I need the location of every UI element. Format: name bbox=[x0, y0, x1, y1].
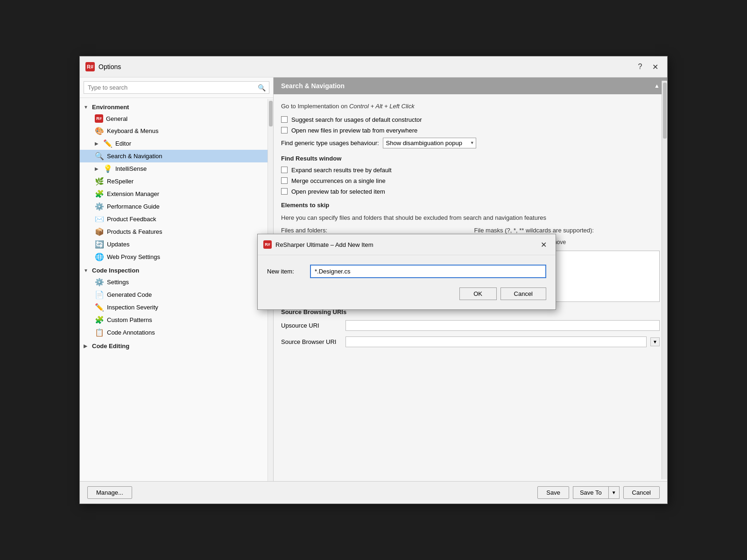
sidebar-item-updates[interactable]: 🔄 Updates bbox=[80, 238, 273, 251]
sidebar-item-inspection-severity[interactable]: ✏️ Inspection Severity bbox=[80, 301, 273, 314]
window-title: Options bbox=[99, 63, 121, 70]
open-preview-label: Open new files in preview tab from every… bbox=[291, 127, 417, 134]
section-environment-label: Environment bbox=[92, 104, 129, 111]
sidebar-item-search-nav[interactable]: 🔍 Search & Navigation bbox=[80, 150, 273, 162]
expand-arrow-code-editing: ▶ bbox=[84, 343, 89, 349]
bottom-right: Save Save To ▼ Cancel bbox=[537, 486, 660, 499]
code-annotations-icon: 📋 bbox=[95, 328, 104, 337]
sidebar-item-feedback[interactable]: ✉️ Product Feedback bbox=[80, 213, 273, 225]
section-environment[interactable]: ▼ Environment bbox=[80, 102, 273, 112]
sidebar-item-keyboard-label: Keyboard & Menus bbox=[107, 127, 159, 134]
help-button[interactable]: ? bbox=[634, 60, 647, 73]
option-open-preview: Open new files in preview tab from every… bbox=[281, 127, 660, 134]
new-item-row: New item: bbox=[267, 265, 546, 278]
files-label: Files and folders: bbox=[281, 227, 467, 234]
elements-skip-separator: Elements to skip bbox=[281, 202, 660, 209]
panel-header: Search & Navigation ▲ bbox=[274, 77, 667, 94]
close-button[interactable]: ✕ bbox=[648, 60, 662, 73]
source-browser-label: Source Browser URI bbox=[281, 338, 342, 345]
expand-search-checkbox[interactable] bbox=[281, 167, 288, 173]
save-to-button[interactable]: Save To bbox=[573, 486, 608, 499]
merge-occ-checkbox[interactable] bbox=[281, 177, 288, 184]
sidebar-item-search-nav-label: Search & Navigation bbox=[107, 153, 162, 160]
sidebar-item-respeller-label: ReSpeller bbox=[107, 178, 134, 185]
sidebar-item-editor-label: Editor bbox=[115, 140, 131, 147]
source-browser-input[interactable] bbox=[345, 336, 647, 347]
find-generic-dropdown[interactable]: Show disambiguation popup bbox=[383, 138, 476, 148]
bottom-bar: Manage... Save Save To ▼ Cancel bbox=[80, 481, 667, 504]
sidebar-item-proxy[interactable]: 🌐 Web Proxy Settings bbox=[80, 251, 273, 263]
section-code-inspection[interactable]: ▼ Code Inspection bbox=[80, 265, 273, 276]
title-bar: R# Options ? ✕ bbox=[80, 56, 667, 77]
keyboard-icon: 🎨 bbox=[95, 126, 104, 135]
masks-label: File masks (?, *, ** wildcards are suppo… bbox=[474, 227, 660, 234]
goto-impl-shortcut: Control + Alt + Left Click bbox=[349, 103, 415, 110]
sidebar-item-updates-label: Updates bbox=[107, 241, 129, 248]
section-code-editing-label: Code Editing bbox=[92, 343, 129, 350]
upsource-row: Upsource URI bbox=[281, 320, 660, 331]
option-expand-search: Expand search results tree by default bbox=[281, 167, 660, 174]
sidebar-item-feedback-label: Product Feedback bbox=[107, 216, 156, 223]
inspection-severity-icon: ✏️ bbox=[95, 303, 104, 312]
manage-button[interactable]: Manage... bbox=[87, 486, 132, 499]
scroll-up-arrow[interactable]: ▲ bbox=[654, 83, 660, 89]
modal-icon: R# bbox=[263, 240, 272, 249]
expand-arrow-intellisense: ▶ bbox=[95, 166, 100, 171]
sidebar-item-extension-label: Extension Manager bbox=[107, 190, 159, 197]
new-item-label: New item: bbox=[267, 268, 304, 275]
editor-icon: ✏️ bbox=[103, 139, 113, 148]
cancel-button[interactable]: Cancel bbox=[623, 486, 660, 499]
sidebar-item-intellisense[interactable]: ▶ 💡 IntelliSense bbox=[80, 162, 273, 175]
sidebar-item-performance-label: Performance Guide bbox=[107, 203, 160, 210]
section-code-editing[interactable]: ▶ Code Editing bbox=[80, 341, 273, 351]
elements-desc: Here you can specify files and folders t… bbox=[281, 213, 660, 223]
upsource-label: Upsource URI bbox=[281, 322, 342, 329]
sidebar-item-general[interactable]: R# General bbox=[80, 112, 273, 125]
sidebar-item-code-annotations-label: Code Annotations bbox=[107, 329, 155, 336]
sidebar-scrollbar-thumb bbox=[269, 101, 273, 126]
search-icon: 🔍 bbox=[258, 84, 266, 91]
suggest-search-label: Suggest search for usages of default con… bbox=[291, 116, 422, 123]
updates-icon: 🔄 bbox=[95, 240, 104, 249]
section-code-inspection-label: Code Inspection bbox=[92, 267, 139, 274]
sidebar-item-settings[interactable]: ⚙️ Settings bbox=[80, 276, 273, 288]
source-browser-scroll-down[interactable]: ▼ bbox=[650, 337, 660, 346]
sidebar-item-keyboard[interactable]: 🎨 Keyboard & Menus bbox=[80, 125, 273, 137]
merge-occ-label: Merge occurrences on a single line bbox=[291, 177, 386, 184]
open-preview-tab-checkbox[interactable] bbox=[281, 188, 288, 195]
elements-skip-title: Elements to skip bbox=[281, 202, 660, 209]
suggest-search-checkbox[interactable] bbox=[281, 116, 288, 123]
modal-ok-button[interactable]: OK bbox=[459, 287, 497, 300]
sidebar-item-features[interactable]: 📦 Products & Features bbox=[80, 225, 273, 238]
sidebar-item-respeller[interactable]: 🌿 ReSpeller bbox=[80, 175, 273, 188]
modal-title-bar: R# ReSharper Ultimate – Add New Item ✕ bbox=[258, 234, 556, 255]
sidebar-item-generated-code[interactable]: 📄 Generated Code bbox=[80, 288, 273, 301]
panel-scrollbar[interactable] bbox=[662, 81, 667, 479]
search-nav-icon: 🔍 bbox=[95, 152, 104, 161]
sidebar-item-editor[interactable]: ▶ ✏️ Editor bbox=[80, 137, 273, 150]
add-new-item-modal: R# ReSharper Ultimate – Add New Item ✕ N… bbox=[257, 234, 556, 310]
tree: ▼ Environment R# General 🎨 Keyboard & Me… bbox=[80, 98, 273, 481]
upsource-input[interactable] bbox=[345, 320, 660, 331]
modal-close-button[interactable]: ✕ bbox=[537, 238, 550, 251]
feedback-icon: ✉️ bbox=[95, 215, 104, 224]
expand-search-label: Expand search results tree by default bbox=[291, 167, 392, 174]
sidebar-item-extension[interactable]: 🧩 Extension Manager bbox=[80, 188, 273, 200]
expand-arrow-inspection: ▼ bbox=[84, 268, 89, 273]
modal-title: ReSharper Ultimate – Add New Item bbox=[275, 241, 374, 248]
find-results-separator: Find Results window bbox=[281, 155, 660, 162]
save-button[interactable]: Save bbox=[537, 486, 569, 499]
save-to-split: Save To ▼ bbox=[573, 486, 620, 499]
open-preview-checkbox[interactable] bbox=[281, 127, 288, 133]
sidebar-item-custom-patterns[interactable]: 🧩 Custom Patterns bbox=[80, 314, 273, 326]
new-item-input[interactable] bbox=[310, 265, 546, 278]
search-input[interactable] bbox=[84, 81, 269, 94]
performance-icon: ⚙️ bbox=[95, 202, 104, 211]
extension-icon: 🧩 bbox=[95, 189, 104, 198]
sidebar-item-performance[interactable]: ⚙️ Performance Guide bbox=[80, 200, 273, 213]
find-generic-dropdown-wrapper: Show disambiguation popup bbox=[383, 138, 476, 148]
modal-cancel-button[interactable]: Cancel bbox=[500, 287, 546, 300]
sidebar-item-code-annotations[interactable]: 📋 Code Annotations bbox=[80, 326, 273, 339]
find-generic-label: Find generic type usages behaviour: bbox=[281, 140, 379, 147]
save-to-arrow[interactable]: ▼ bbox=[608, 486, 620, 499]
